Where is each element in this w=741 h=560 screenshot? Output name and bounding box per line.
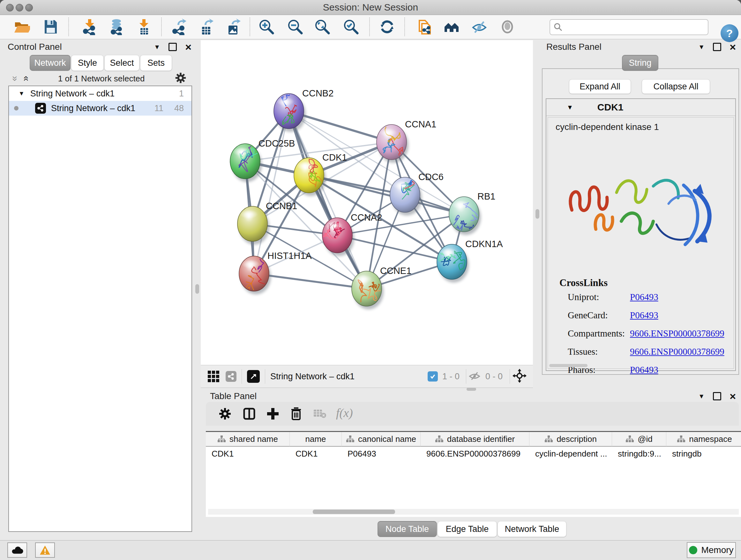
network-node-CDK1[interactable] (294, 158, 326, 196)
table-cell[interactable]: CDK1 (206, 447, 290, 461)
crosslink-value-link[interactable]: P06493 (630, 365, 658, 375)
horizontal-splitter-handle[interactable] (467, 388, 476, 391)
network-graph[interactable]: CCNB2CCNA1CDC25BCDK1CDC6RB1CCNB1CCNA2CDK… (201, 40, 533, 365)
network-node-RB1[interactable] (449, 197, 481, 236)
expand-all-button[interactable]: Expand All (569, 79, 631, 94)
table-cell[interactable]: stringdb:9... (612, 447, 666, 461)
import-network-file-icon[interactable] (80, 18, 98, 36)
pan-crosshair-icon[interactable] (513, 369, 527, 384)
table-hscrollbar-track[interactable] (208, 509, 739, 515)
gene-collapse-icon[interactable]: ▼ (567, 104, 573, 111)
create-column-icon[interactable] (266, 408, 279, 422)
search-icon (553, 22, 563, 32)
zoom-out-icon[interactable] (286, 18, 304, 36)
network-node-CDKN1A[interactable] (437, 244, 469, 283)
zoom-selected-icon[interactable] (342, 18, 360, 36)
memory-button[interactable]: Memory (687, 542, 736, 558)
open-in-new-window-icon[interactable] (247, 370, 260, 383)
save-session-icon[interactable] (42, 18, 59, 36)
network-collection-row[interactable]: ▼ String Network – cdk1 1 (9, 86, 192, 101)
hidden-items-eye-icon[interactable] (468, 370, 481, 382)
table-cell[interactable]: 9606.ENSP00000378699 (421, 447, 529, 461)
vertical-splitter-handle[interactable] (195, 284, 199, 294)
export-table-icon[interactable] (197, 18, 215, 36)
results-panel-menu-icon[interactable]: ▼ (698, 44, 704, 51)
network-node-CCNA1[interactable] (377, 123, 408, 169)
collection-expand-icon[interactable]: ▼ (18, 90, 24, 97)
table-row[interactable]: CDK1CDK1P064939606.ENSP00000378699cyclin… (206, 447, 741, 461)
network-options-gear-icon[interactable] (175, 72, 186, 85)
crosslink-value-link[interactable]: 9606.ENSP00000378699 (630, 328, 724, 339)
results-panel-close-icon[interactable]: × (730, 44, 736, 50)
network-edge-CCNB2-CCNE1[interactable] (289, 111, 367, 289)
column-header-name[interactable]: name (290, 432, 342, 447)
hide-selected-icon[interactable] (470, 18, 488, 36)
open-session-icon[interactable] (13, 18, 30, 36)
network-node-CCNE1[interactable] (352, 271, 385, 309)
table-cell[interactable]: P06493 (342, 447, 421, 461)
crosslink-value-link[interactable]: 9606.ENSP00000378699 (630, 347, 724, 357)
export-image-icon[interactable] (224, 18, 242, 36)
column-header-namespace[interactable]: namespace (666, 432, 741, 447)
selected-checkbox-icon[interactable] (428, 371, 438, 381)
clone-network-icon[interactable] (415, 18, 433, 36)
table-panel-menu-icon[interactable]: ▼ (698, 393, 704, 400)
tab-string[interactable]: String (622, 55, 658, 71)
zoom-fit-icon[interactable] (313, 18, 331, 36)
network-node-CCNB2[interactable] (274, 81, 306, 132)
table-hscrollbar-thumb[interactable] (313, 509, 395, 514)
column-header-database-identifier[interactable]: database identifier (421, 432, 529, 447)
tab-network[interactable]: Network (30, 55, 71, 71)
crosslink-value-link[interactable]: P06493 (630, 310, 658, 320)
tab-style[interactable]: Style (71, 55, 104, 71)
expand-all-networks-icon[interactable]: » (20, 76, 30, 81)
show-columns-icon[interactable] (243, 408, 256, 422)
tab-sets[interactable]: Sets (140, 55, 172, 71)
network-edge-CCNA2-CDKN1A[interactable] (337, 235, 452, 262)
column-header--id[interactable]: @id (612, 432, 666, 447)
column-header-shared-name[interactable]: shared name (206, 432, 290, 447)
zoom-in-icon[interactable] (258, 18, 275, 36)
delete-column-icon[interactable] (289, 407, 303, 422)
network-node-CCNA2[interactable] (322, 218, 354, 256)
results-scrollbar[interactable] (549, 364, 588, 367)
table-panel-float-icon[interactable] (713, 392, 721, 400)
refresh-icon[interactable] (378, 18, 396, 36)
control-panel-menu-icon[interactable]: ▼ (154, 44, 160, 51)
network-overview-share-icon[interactable] (226, 371, 237, 382)
cloud-status-button[interactable] (7, 543, 27, 558)
table-cell[interactable]: CDK1 (290, 447, 342, 461)
column-header-canonical-name[interactable]: canonical name (342, 432, 421, 447)
column-header-description[interactable]: description (529, 432, 612, 447)
export-network-icon[interactable] (170, 18, 188, 36)
help-icon[interactable]: ? (721, 24, 738, 42)
collapse-all-button[interactable]: Collapse All (642, 79, 710, 94)
results-panel-float-icon[interactable] (713, 43, 721, 51)
tab-network-table[interactable]: Network Table (497, 521, 566, 537)
tab-edge-table[interactable]: Edge Table (437, 521, 497, 537)
control-panel-float-icon[interactable] (169, 43, 177, 51)
gene-card-header[interactable]: ▼ CDK1 (546, 99, 735, 116)
table-cell[interactable]: cyclin-dependent ... (529, 447, 612, 461)
crosslink-value-link[interactable]: P06493 (630, 292, 658, 302)
control-panel-close-icon[interactable]: × (185, 44, 192, 50)
table-options-gear-icon[interactable] (219, 408, 231, 422)
network-edge-HIST1H1A-CCNE1[interactable] (254, 273, 367, 289)
birds-eye-view-icon[interactable] (208, 371, 219, 382)
table-cell[interactable]: stringdb (666, 447, 741, 461)
edge-count: 48 (174, 104, 184, 113)
show-all-icon[interactable] (498, 18, 516, 36)
collapse-all-networks-icon[interactable]: » (10, 76, 21, 81)
import-table-icon[interactable] (135, 18, 152, 36)
search-input[interactable] (566, 22, 708, 33)
first-neighbors-icon[interactable] (443, 18, 461, 36)
import-network-database-icon[interactable] (108, 18, 125, 36)
results-panel-title: Results Panel (546, 42, 602, 52)
tab-node-table[interactable]: Node Table (378, 521, 437, 537)
table-panel-close-icon[interactable]: × (730, 393, 736, 399)
vertical-splitter-handle[interactable] (536, 209, 539, 219)
warnings-button[interactable] (35, 543, 55, 558)
network-row-selected[interactable]: String Network – cdk1 11 48 (9, 101, 192, 116)
crosslink-row: GeneCard:P06493 (568, 310, 727, 320)
tab-select[interactable]: Select (105, 55, 139, 71)
